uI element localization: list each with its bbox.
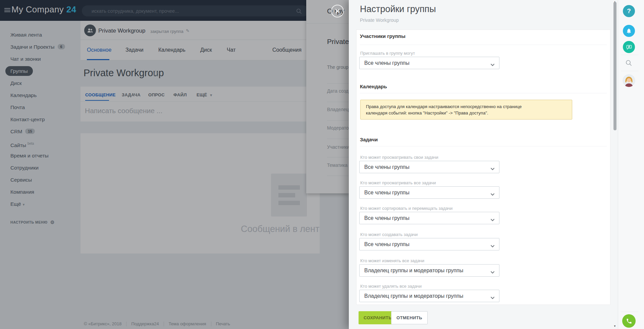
notifications-button[interactable] — [623, 25, 635, 37]
search-icon — [626, 60, 632, 66]
field-view-all-tasks: Кто может просматривать все задачи Все ч… — [359, 180, 500, 199]
section-members-heading: Участники группы — [360, 33, 406, 39]
phone-button[interactable] — [622, 314, 636, 328]
bitrix24-app: My Company 24 Живая лента Задачи и Проек… — [0, 0, 644, 329]
chevron-down-icon — [490, 191, 495, 197]
section-tasks-heading: Задачи — [360, 137, 378, 142]
divider — [621, 55, 638, 55]
divider — [621, 312, 638, 312]
delete-all-tasks-select[interactable]: Владелец группы и модераторы группы — [359, 290, 499, 302]
chevron-down-icon — [490, 166, 495, 172]
field-edit-all-tasks: Кто может изменять все задачи Владелец г… — [359, 258, 500, 277]
group-settings-panel: Настройки группы Private Workgroup Участ… — [349, 0, 618, 329]
rail-search-button[interactable] — [626, 60, 632, 67]
question-icon: ? — [627, 7, 631, 15]
chevron-down-icon — [490, 62, 495, 68]
create-tasks-select[interactable]: Все члены группы — [359, 238, 499, 250]
settings-title: Настройки группы — [360, 4, 436, 14]
divider — [360, 45, 607, 45]
panel-scrollbar: ▲ ▼ — [612, 0, 618, 329]
invite-permission-select[interactable]: Все члены группы — [359, 57, 499, 69]
chevron-down-icon — [490, 217, 495, 223]
cancel-button[interactable]: ОТМЕНИТЬ — [391, 311, 428, 324]
chevron-down-icon — [490, 269, 495, 275]
messenger-button[interactable] — [623, 41, 635, 53]
field-sort-tasks: Кто может сортировать и перемещать задач… — [359, 206, 500, 225]
settings-form-card: Участники группы Приглашать в группу мог… — [356, 30, 610, 305]
sort-tasks-select[interactable]: Все члены группы — [359, 212, 499, 224]
scrollbar-thumb[interactable] — [613, 2, 616, 130]
scroll-down-arrow[interactable]: ▼ — [613, 325, 616, 328]
help-button[interactable]: ? — [623, 5, 635, 17]
close-panel-button[interactable] — [331, 5, 344, 17]
right-icon-rail: ? — [618, 0, 644, 329]
phone-icon — [626, 318, 632, 324]
settings-subtitle: Private Workgroup — [360, 17, 399, 23]
chevron-down-icon — [490, 295, 495, 301]
calendar-permissions-notice: Права доступа для календаря настраиваютс… — [360, 100, 572, 120]
field-invite-permission: Приглашать в группу могут Все члены груп… — [359, 51, 500, 69]
avatar-image — [623, 74, 635, 87]
field-delete-all-tasks: Кто может удалять все задачи Владелец гр… — [359, 284, 500, 302]
edit-all-tasks-select[interactable]: Владелец группы и модераторы группы — [359, 264, 499, 277]
section-calendar-heading: Календарь — [360, 84, 387, 89]
close-icon — [335, 8, 340, 14]
view-own-tasks-select[interactable]: Все члены группы — [359, 161, 499, 173]
user-avatar[interactable] — [623, 74, 635, 87]
divider — [360, 146, 607, 146]
field-view-own-tasks: Кто может просматривать свои задачи Все … — [359, 155, 500, 174]
divider — [360, 93, 607, 93]
field-create-tasks: Кто может создавать задачи Все члены гру… — [359, 232, 500, 251]
bell-icon — [626, 28, 632, 34]
view-all-tasks-select[interactable]: Все члены группы — [359, 186, 499, 199]
divider — [621, 71, 638, 71]
chat-exchange-icon — [626, 44, 632, 50]
chevron-down-icon — [490, 243, 495, 249]
modal-dim-overlay[interactable] — [0, 0, 349, 329]
